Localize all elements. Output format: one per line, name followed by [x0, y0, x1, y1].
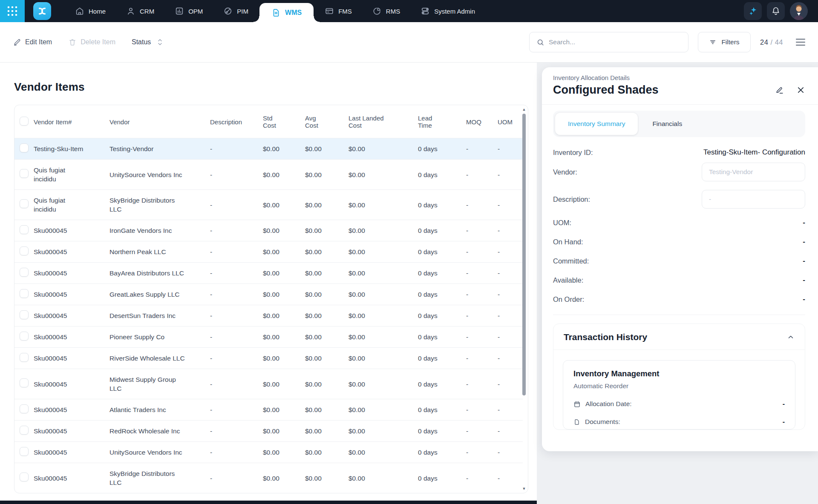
column-header-moq[interactable]: MOQ [466, 105, 498, 138]
table-row[interactable]: Sku000045 RiverSide Wholesale LLC - $0.0… [14, 348, 523, 369]
cell-description: - [210, 326, 263, 348]
scroll-up-icon[interactable]: ▲ [522, 107, 526, 112]
status-label: Status [132, 38, 151, 46]
notifications-button[interactable] [767, 2, 785, 20]
column-header-lead-time[interactable]: Lead Time [418, 105, 466, 138]
grid-dots-icon [7, 6, 18, 17]
nav-label: FMS [338, 8, 352, 15]
scrollbar-thumb[interactable] [522, 114, 526, 395]
table-row[interactable]: Sku000045 Pioneer Supply Co - $0.00 $0.0… [14, 326, 523, 348]
cell-description: - [210, 421, 263, 442]
column-header-std-cost[interactable]: Std Cost [263, 105, 305, 138]
table-row[interactable]: Quis fugiat incididu SkyBridge Distribut… [14, 190, 523, 220]
cell-description: - [210, 220, 263, 241]
menu-button[interactable] [794, 37, 807, 48]
panel-edit-button[interactable] [775, 86, 784, 95]
row-checkbox[interactable] [20, 332, 29, 341]
row-checkbox[interactable] [20, 199, 29, 208]
bar-chart-icon [175, 6, 184, 16]
collapse-section-button[interactable] [787, 333, 795, 341]
table-row[interactable]: Sku000045 Midwest Supply Group LLC - $0.… [14, 369, 523, 399]
row-checkbox[interactable] [20, 289, 29, 298]
edit-item-button[interactable]: Edit Item [13, 38, 52, 46]
table-scrollbar[interactable]: ▲ ▼ [521, 107, 527, 491]
ai-assistant-button[interactable] [744, 2, 762, 20]
select-all-checkbox[interactable] [20, 117, 29, 126]
table-row[interactable]: Sku000045 DesertSun Traders Inc - $0.00 … [14, 305, 523, 326]
table-row[interactable]: Sku000045 RedRock Wholesale Inc - $0.00 … [14, 421, 523, 442]
column-header-avg-cost[interactable]: Avg Cost [305, 105, 349, 138]
column-header-last-landed-cost[interactable]: Last Landed Cost [349, 105, 418, 138]
delete-item-label: Delete Item [81, 38, 115, 46]
cell-vendor: SkyBridge Distributors LLC [109, 463, 210, 493]
table-row[interactable]: Sku000045 Atlantic Traders Inc - $0.00 $… [14, 399, 523, 421]
bottom-edge-bar [0, 501, 537, 504]
nav-item-rms[interactable]: RMS [362, 0, 410, 22]
cell-std-cost: $0.00 [263, 220, 305, 241]
column-header-description[interactable]: Description [210, 105, 263, 138]
panel-close-button[interactable] [796, 86, 805, 94]
table-row[interactable]: Sku000045 BayArea Distributors LLC - $0.… [14, 263, 523, 284]
nav-item-opm[interactable]: OPM [164, 0, 213, 22]
cell-vendor-item: Sku000045 [34, 326, 109, 348]
table-row[interactable]: Sku000045 UnitySource Vendors Inc - $0.0… [14, 442, 523, 463]
nav-item-fms[interactable]: FMS [314, 0, 362, 22]
row-checkbox[interactable] [20, 378, 29, 387]
row-checkbox[interactable] [20, 426, 29, 435]
delete-item-button[interactable]: Delete Item [68, 38, 115, 46]
row-checkbox[interactable] [20, 268, 29, 277]
row-checkbox[interactable] [20, 225, 29, 234]
description-field[interactable]: - [702, 190, 805, 209]
filters-button[interactable]: Filters [698, 32, 751, 52]
row-checkbox[interactable] [20, 404, 29, 413]
cell-last-landed-cost: $0.00 [349, 421, 418, 442]
table-row[interactable]: Sku000045 GreatLakes Supply LLC - $0.00 … [14, 284, 523, 305]
column-header-vendor-item[interactable]: Vendor Item# [34, 105, 109, 138]
cell-avg-cost: $0.00 [305, 138, 349, 160]
table-row[interactable]: Sku000045 Northern Peak LLC - $0.00 $0.0… [14, 241, 523, 263]
vendor-field[interactable]: Testing-Vendor [702, 163, 805, 181]
cell-avg-cost: $0.00 [305, 220, 349, 241]
table-row[interactable]: Sku000045 SkyBridge Distributors LLC - $… [14, 463, 523, 493]
vendor-items-table: Vendor Item# Vendor Description Std Cost… [14, 105, 528, 493]
tab-inventory-summary[interactable]: Inventory Summary [555, 113, 638, 135]
nav-item-system-admin[interactable]: System Admin [410, 0, 485, 22]
status-sort-button[interactable] [157, 38, 163, 46]
row-checkbox[interactable] [20, 353, 29, 362]
tab-financials[interactable]: Financials [638, 113, 697, 135]
row-checkbox[interactable] [20, 143, 29, 152]
nav-label: System Admin [434, 8, 475, 15]
row-checkbox[interactable] [20, 310, 29, 319]
cell-last-landed-cost: $0.00 [349, 263, 418, 284]
row-checkbox[interactable] [20, 447, 29, 456]
table-row[interactable]: Testing-Sku-Item Testing-Vendor - $0.00 … [14, 138, 523, 160]
cell-uom: - [498, 442, 523, 463]
nav-item-pim[interactable]: PIM [213, 0, 259, 22]
column-header-vendor[interactable]: Vendor [109, 105, 210, 138]
row-checkbox[interactable] [20, 169, 29, 178]
table-row[interactable]: Quis fugiat incididu UnitySource Vendors… [14, 160, 523, 190]
table-row[interactable]: Sku000045 IronGate Vendors Inc - $0.00 $… [14, 220, 523, 241]
row-checkbox[interactable] [20, 246, 29, 255]
brand-logo[interactable] [33, 2, 51, 20]
row-checkbox[interactable] [20, 472, 29, 481]
scroll-down-icon[interactable]: ▼ [522, 486, 526, 491]
cell-std-cost: $0.00 [263, 399, 305, 421]
cell-moq: - [466, 263, 498, 284]
nav-item-crm[interactable]: CRM [116, 0, 164, 22]
cell-vendor: RiverSide Wholesale LLC [109, 348, 210, 369]
column-header-uom[interactable]: UOM [498, 105, 523, 138]
cell-vendor: RedRock Wholesale Inc [109, 421, 210, 442]
search-input[interactable] [549, 38, 681, 46]
cell-uom: - [498, 190, 523, 220]
user-avatar[interactable] [790, 2, 808, 20]
search-icon [536, 38, 544, 46]
cell-std-cost: $0.00 [263, 241, 305, 263]
filter-lines-icon [709, 38, 717, 46]
filters-label: Filters [721, 38, 739, 46]
nav-item-home[interactable]: Home [65, 0, 116, 22]
app-launcher-button[interactable] [0, 0, 25, 22]
nav-item-wms-active-tab[interactable]: WMS [259, 3, 314, 22]
brand-x-icon [37, 6, 48, 17]
committed-value: - [803, 257, 805, 265]
